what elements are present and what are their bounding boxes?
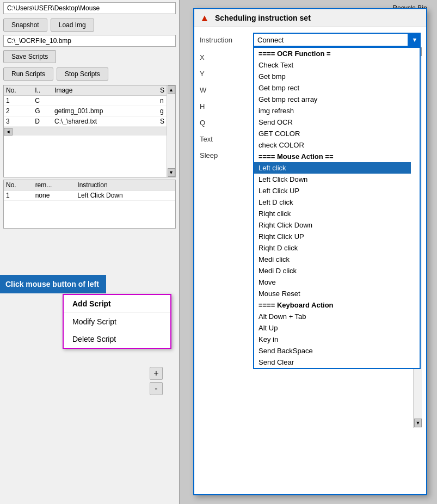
dropdown-list-item[interactable]: Send BackSpace (254, 345, 411, 357)
table-row[interactable]: 1 C n (4, 96, 175, 106)
instruction-value: Connect (257, 36, 284, 44)
dropdown-list-item[interactable]: Left D click (254, 196, 411, 208)
save-scripts-button[interactable]: Save Scripts (3, 50, 56, 63)
dropdown-list-item[interactable]: Riqht click (254, 208, 411, 219)
q-label: Q (200, 119, 249, 127)
upper-table: No. I.. Image S 1 C n 2 G getimg_001.bmp… (4, 85, 175, 127)
dropdown-list-item[interactable]: Left Click Down (254, 174, 411, 185)
load-img-button[interactable]: Load Img (51, 19, 94, 32)
dialog-icon: ▲ (200, 13, 211, 23)
table-row[interactable]: 1 none Left Click Down (4, 190, 175, 201)
dropdown-list-item[interactable]: img refresh (254, 105, 411, 116)
cell-no: 1 (4, 96, 33, 106)
sleep-label: Sleep (200, 151, 249, 159)
cell-i: G (33, 106, 52, 116)
snapshot-loadimg-row: Snapshot Load Img (0, 16, 179, 34)
dropdown-list-item[interactable]: Mouse Reset (254, 288, 411, 299)
instruction-dropdown-wrapper: Connect ▼ ==== OCR Function =Check TextG… (253, 33, 421, 47)
cell-image: getimg_001.bmp (52, 106, 158, 116)
dropdown-list-item: ==== Keyboard Action (254, 299, 411, 311)
context-menu-delete-script[interactable]: Delete Script (64, 330, 170, 348)
dropdown-list-item[interactable]: Medi D click (254, 265, 411, 276)
col-i: I.. (33, 85, 52, 96)
instruction-label: Instruction (200, 36, 249, 44)
scroll-down-btn[interactable]: ▼ (168, 168, 175, 177)
dropdown-list-item[interactable]: Get bmp rect array (254, 94, 411, 105)
dropdown-list-item[interactable]: Send Clear (254, 357, 411, 368)
tooltip-text: Click mouse button of left (5, 280, 99, 288)
table-row[interactable]: 2 G getimg_001.bmp g (4, 106, 175, 116)
text-label: Text (200, 135, 249, 143)
snapshot-button[interactable]: Snapshot (3, 19, 47, 32)
scheduling-dialog: ▲ Scheduling instruction set Instruction… (193, 8, 427, 495)
filepath-bar: C:\_\OCRFile_10.bmp (3, 35, 176, 47)
dropdown-list-item[interactable]: Send OCR (254, 116, 411, 128)
dropdown-list-item[interactable]: Alt Up (254, 322, 411, 334)
context-menu-modify-script[interactable]: Modify Script (64, 313, 170, 330)
cell-i: D (33, 116, 52, 127)
dropdown-list-item[interactable]: Key in (254, 334, 411, 345)
left-panel: C:\Users\USER\Desktop\Mouse Snapshot Loa… (0, 0, 180, 504)
dropdown-list-item[interactable]: Get bmp (254, 71, 411, 82)
dialog-title-bar: ▲ Scheduling instruction set (194, 9, 426, 27)
upper-table-scrollbar-h[interactable]: ◄ ► (4, 127, 175, 136)
run-stop-row: Run Scripts Stop Scripts (0, 65, 179, 83)
dropdown-list-item[interactable]: GET COLOR (254, 128, 411, 139)
cell-no: 2 (4, 106, 33, 116)
upper-table-scrollbar-v[interactable]: ▲ ▼ (167, 85, 175, 177)
instruction-row: Instruction Connect ▼ ==== OCR Function … (200, 33, 421, 47)
cell-rem: none (33, 190, 76, 201)
cell-instruction: Left Click Down (75, 190, 175, 201)
minus-button[interactable]: - (150, 382, 163, 395)
lower-col-no: No. (4, 180, 33, 190)
context-menu-add-script[interactable]: Add Script (64, 295, 170, 313)
col-image: Image (52, 85, 158, 96)
cell-image: C:\_\shared.txt (52, 116, 158, 127)
dropdown-list-item[interactable]: Riqht Click Down (254, 219, 411, 231)
table-row[interactable]: 3 D C:\_\shared.txt S (4, 116, 175, 127)
save-scripts-row: Save Scripts (0, 48, 179, 65)
dropdown-list-item[interactable]: Check Text (254, 59, 411, 71)
col-no: No. (4, 85, 33, 96)
context-menu: Add Script Modify Script Delete Script (63, 294, 171, 349)
run-scripts-button[interactable]: Run Scripts (3, 67, 53, 81)
dropdown-list-item: ==== OCR Function = (254, 48, 411, 59)
cell-no: 3 (4, 116, 33, 127)
dropdown-list-item[interactable]: Get bmp rect (254, 82, 411, 94)
dropdown-list-item[interactable]: check COLOR (254, 139, 411, 151)
cell-image (52, 96, 158, 106)
dropdown-list-item[interactable]: Left Click UP (254, 185, 411, 196)
instruction-dropdown-display[interactable]: Connect (253, 33, 409, 47)
tooltip-box: Click mouse button of left (0, 275, 106, 293)
scroll-left-btn[interactable]: ◄ (4, 128, 13, 136)
dropdown-list-item[interactable]: Move (254, 276, 411, 288)
dialog-title-text: Scheduling instruction set (215, 14, 311, 22)
lower-table: No. rem... Instruction 1 none Left Click… (4, 180, 175, 201)
instruction-dropdown-arrow[interactable]: ▼ (409, 33, 421, 47)
dropdown-list-item[interactable]: Alt Down + Tab (254, 311, 411, 322)
cell-i: C (33, 96, 52, 106)
dropdown-list-item[interactable]: Riqht D click (254, 242, 411, 254)
cell-no: 1 (4, 190, 33, 201)
dropdown-list-item: ==== Mouse Action == (254, 151, 411, 162)
upper-table-container: No. I.. Image S 1 C n 2 G getimg_001.bmp… (3, 85, 176, 177)
lower-col-rem: rem... (33, 180, 76, 190)
lower-table-container: No. rem... Instruction 1 none Left Click… (3, 180, 176, 229)
dropdown-list-item[interactable]: Medi click (254, 254, 411, 265)
y-label: Y (200, 70, 249, 78)
dropdown-list-item[interactable]: Left click (254, 162, 411, 174)
dialog-body: Instruction Connect ▼ ==== OCR Function … (194, 27, 426, 167)
plus-button[interactable]: + (150, 367, 163, 380)
path-bar: C:\Users\USER\Desktop\Mouse (3, 2, 176, 14)
x-label: X (200, 53, 249, 62)
lower-col-instruction: Instruction (75, 180, 175, 190)
h-label: H (200, 102, 249, 110)
dropdown-list-item[interactable]: Riqht Click UP (254, 231, 411, 242)
scroll-up-btn[interactable]: ▲ (168, 85, 175, 94)
scroll-h-track[interactable] (13, 128, 167, 136)
stop-scripts-button[interactable]: Stop Scripts (57, 67, 108, 81)
instruction-dropdown-list: ==== OCR Function =Check TextGet bmpGet … (253, 47, 421, 369)
dropdown-scroll-down[interactable]: ▼ (414, 419, 422, 427)
w-label: W (200, 86, 249, 94)
